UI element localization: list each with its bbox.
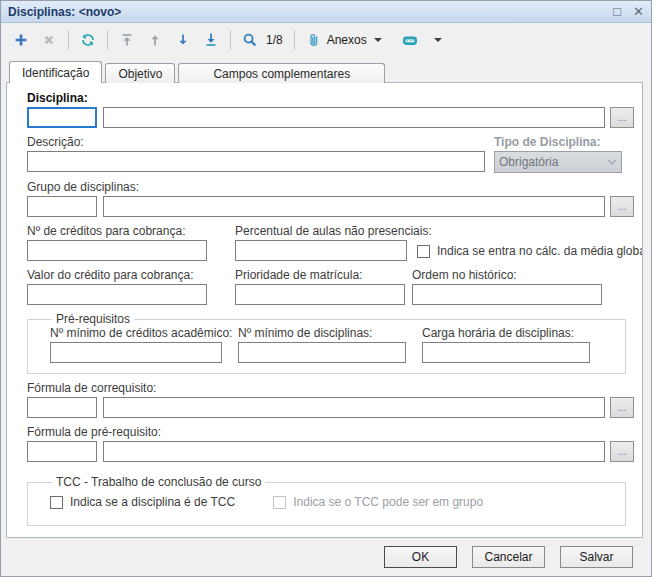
is-tcc-checkbox-label: Indica se a disciplina é de TCC: [70, 495, 235, 509]
save-button[interactable]: Salvar: [560, 546, 633, 568]
arrow-down-icon: [175, 32, 191, 48]
tipo-disciplina-select[interactable]: Obrigatória: [494, 151, 622, 173]
restore-icon[interactable]: □: [613, 5, 621, 18]
arrow-down-bar-icon: [203, 32, 219, 48]
anexos-label: Anexos: [327, 33, 367, 47]
cancel-button[interactable]: Cancelar: [472, 546, 545, 568]
min-creditos-input[interactable]: [50, 342, 222, 363]
close-icon[interactable]: ✕: [633, 5, 644, 18]
tipo-disciplina-label: Tipo de Disciplina:: [494, 135, 622, 149]
refresh-icon: [80, 32, 96, 48]
percentual-aulas-label: Percentual de aulas não presenciais:: [235, 224, 407, 238]
identificacao-panel: Disciplina: ... Descrição: Tipo de Disci…: [6, 82, 643, 538]
tab-identificacao[interactable]: Identificação: [9, 61, 102, 83]
disciplina-code-input[interactable]: [27, 107, 97, 128]
prerequisito-label: Fórmula de pré-requisito:: [27, 425, 634, 439]
footer-bar: OK Cancelar Salvar: [1, 538, 651, 576]
toolbar-separator: [294, 30, 295, 50]
carga-horaria-input[interactable]: [422, 342, 590, 363]
delete-x-icon: [41, 32, 57, 48]
creditos-cobranca-label: Nº de créditos para cobrança:: [27, 224, 207, 238]
descricao-input[interactable]: [27, 151, 485, 172]
prioridade-matricula-label: Prioridade de matrícula:: [235, 268, 405, 282]
grupo-code-input[interactable]: [27, 196, 97, 217]
tcc-legend: TCC - Trabalho de conclusão de curso: [52, 475, 265, 489]
plus-icon: [13, 32, 29, 48]
prioridade-matricula-input[interactable]: [235, 284, 405, 305]
prerequisito-code-input[interactable]: [27, 441, 97, 462]
grupo-disciplinas-label: Grupo de disciplinas:: [27, 180, 634, 194]
disciplina-lookup-button[interactable]: ...: [610, 107, 634, 128]
correquisito-label: Fórmula de correquisito:: [27, 381, 634, 395]
disciplinas-dialog: Disciplinas: <novo> □ ✕: [0, 0, 652, 577]
paperclip-icon: [306, 32, 322, 48]
valor-credito-label: Valor do crédito para cobrança:: [27, 268, 207, 282]
ordem-historico-input[interactable]: [412, 284, 602, 305]
window-title: Disciplinas: <novo>: [8, 5, 121, 19]
tcc-grupo-checkbox-label: Indica se o TCC pode ser em grupo: [293, 495, 483, 509]
anexos-button[interactable]: Anexos: [302, 28, 388, 52]
titlebar: Disciplinas: <novo> □ ✕: [1, 1, 651, 23]
tab-objetivo[interactable]: Objetivo: [105, 63, 175, 83]
correquisito-formula-input[interactable]: [103, 397, 605, 418]
last-record-button[interactable]: [199, 28, 223, 52]
creditos-cobranca-input[interactable]: [27, 240, 207, 261]
grupo-name-input[interactable]: [103, 196, 605, 217]
toolbar: 1/8 Anexos: [1, 23, 651, 57]
ok-button[interactable]: OK: [384, 546, 457, 568]
search-button[interactable]: [238, 28, 262, 52]
tcc-grupo-checkbox[interactable]: [273, 496, 286, 509]
chevron-down-icon: [607, 158, 617, 166]
tipo-disciplina-value: Obrigatória: [499, 155, 607, 169]
toolbar-separator: [107, 30, 108, 50]
grupo-lookup-button[interactable]: ...: [610, 196, 634, 217]
percentual-aulas-input[interactable]: [235, 240, 407, 261]
valor-credito-input[interactable]: [27, 284, 207, 305]
delete-record-button[interactable]: [37, 28, 61, 52]
tcc-groupbox: TCC - Trabalho de conclusão de curso Ind…: [27, 475, 626, 526]
min-disciplinas-input[interactable]: [238, 342, 406, 363]
is-tcc-checkbox[interactable]: [50, 496, 63, 509]
toolbar-separator: [68, 30, 69, 50]
prerequisito-formula-input[interactable]: [103, 441, 605, 462]
descricao-label: Descrição:: [27, 135, 485, 149]
magnifier-icon: [242, 32, 258, 48]
previous-record-button[interactable]: [143, 28, 167, 52]
correquisito-lookup-button[interactable]: ...: [610, 397, 634, 418]
chevron-down-icon: [374, 38, 382, 42]
min-creditos-label: Nº mínimo de créditos acadêmico:: [50, 326, 222, 340]
tab-strip: Identificação Objetivo Campos complement…: [1, 57, 651, 83]
disciplina-name-input[interactable]: [103, 107, 605, 128]
first-record-button[interactable]: [115, 28, 139, 52]
carga-horaria-label: Carga horária de disciplinas:: [422, 326, 590, 340]
correquisito-code-input[interactable]: [27, 397, 97, 418]
chevron-down-icon[interactable]: [434, 38, 442, 42]
media-global-checkbox-label: Indica se entra no cálc. da média global: [437, 244, 643, 258]
tab-campos-complementares[interactable]: Campos complementares: [178, 63, 385, 83]
disciplina-label: Disciplina:: [27, 91, 634, 105]
next-record-button[interactable]: [171, 28, 195, 52]
ordem-historico-label: Ordem no histórico:: [412, 268, 602, 282]
refresh-button[interactable]: [76, 28, 100, 52]
add-record-button[interactable]: [9, 28, 33, 52]
prerequisito-lookup-button[interactable]: ...: [610, 441, 634, 462]
min-disciplinas-label: Nº mínimo de disciplinas:: [238, 326, 406, 340]
media-global-checkbox[interactable]: [417, 245, 430, 258]
prerequisitos-legend: Pré-requisitos: [52, 312, 134, 326]
print-button[interactable]: [398, 28, 422, 52]
arrow-up-icon: [147, 32, 163, 48]
record-counter: 1/8: [266, 33, 283, 47]
arrow-up-bar-icon: [119, 32, 135, 48]
printer-icon: [401, 32, 419, 48]
prerequisitos-groupbox: Pré-requisitos Nº mínimo de créditos aca…: [27, 312, 626, 374]
toolbar-separator: [230, 30, 231, 50]
